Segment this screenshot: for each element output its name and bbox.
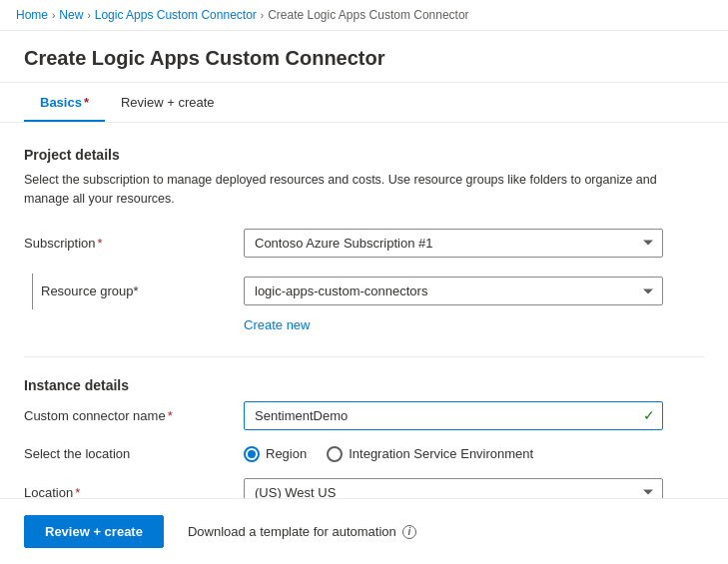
resource-group-label: Resource group* <box>41 283 139 298</box>
connector-name-row: Custom connector name* ✓ <box>24 401 704 430</box>
project-details-title: Project details <box>24 147 704 163</box>
page-title: Create Logic Apps Custom Connector <box>0 31 728 83</box>
location-type-label: Select the location <box>24 446 244 461</box>
tabs-container: Basics* Review + create <box>0 83 728 123</box>
instance-details-title: Instance details <box>24 377 704 393</box>
subscription-label: Subscription* <box>24 236 244 251</box>
radio-ise-circle <box>327 446 343 462</box>
info-icon[interactable]: i <box>402 525 416 539</box>
create-new-container: Create new <box>24 313 704 332</box>
connector-name-input-wrapper: ✓ <box>244 401 663 430</box>
instance-details-section: Instance details Custom connector name* … <box>24 356 704 507</box>
subscription-select[interactable]: Contoso Azure Subscription #1 <box>244 229 663 258</box>
project-details-section: Project details Select the subscription … <box>24 147 704 332</box>
radio-ise[interactable]: Integration Service Environment <box>327 446 533 462</box>
connector-name-label: Custom connector name* <box>24 408 244 423</box>
radio-region[interactable]: Region <box>244 446 307 462</box>
breadcrumb-sep-1: › <box>52 10 55 21</box>
location-type-radio-group: Region Integration Service Environment <box>244 446 663 462</box>
project-details-desc: Select the subscription to manage deploy… <box>24 171 704 209</box>
download-template-link[interactable]: Download a template for automation <box>188 524 396 539</box>
breadcrumb-new[interactable]: New <box>59 8 83 22</box>
breadcrumb-connector[interactable]: Logic Apps Custom Connector <box>95 8 257 22</box>
check-icon: ✓ <box>643 407 655 423</box>
tab-basics-required: * <box>84 95 89 110</box>
resource-group-select-wrapper: logic-apps-custom-connectors <box>244 277 663 305</box>
indent-line <box>32 274 33 309</box>
create-new-link[interactable]: Create new <box>244 317 310 332</box>
tab-review-create[interactable]: Review + create <box>105 83 231 122</box>
connector-name-input[interactable] <box>244 401 663 430</box>
radio-region-label: Region <box>266 446 307 461</box>
breadcrumb-sep-2: › <box>87 10 90 21</box>
resource-group-control: logic-apps-custom-connectors <box>244 277 663 305</box>
form-content: Project details Select the subscription … <box>0 123 728 547</box>
subscription-control: Contoso Azure Subscription #1 <box>244 229 663 258</box>
download-template-container: Download a template for automation i <box>188 524 416 539</box>
resource-group-select[interactable]: logic-apps-custom-connectors <box>244 277 663 305</box>
subscription-row: Subscription* Contoso Azure Subscription… <box>24 229 704 258</box>
radio-region-circle <box>244 446 260 462</box>
breadcrumb: Home › New › Logic Apps Custom Connector… <box>0 0 728 31</box>
radio-ise-label: Integration Service Environment <box>349 446 533 461</box>
footer: Review + create Download a template for … <box>0 498 728 564</box>
location-type-control: Region Integration Service Environment <box>244 446 663 462</box>
connector-name-control: ✓ <box>244 401 663 430</box>
resource-group-row: Resource group* logic-apps-custom-connec… <box>24 274 704 309</box>
breadcrumb-sep-3: › <box>261 10 264 21</box>
breadcrumb-home[interactable]: Home <box>16 8 48 22</box>
breadcrumb-current: Create Logic Apps Custom Connector <box>268 8 468 22</box>
review-create-button[interactable]: Review + create <box>24 515 164 548</box>
resource-group-indent: Resource group* <box>24 274 244 309</box>
location-type-row: Select the location Region Integration S… <box>24 446 704 462</box>
tab-basics[interactable]: Basics* <box>24 83 105 122</box>
subscription-select-wrapper: Contoso Azure Subscription #1 <box>244 229 663 258</box>
